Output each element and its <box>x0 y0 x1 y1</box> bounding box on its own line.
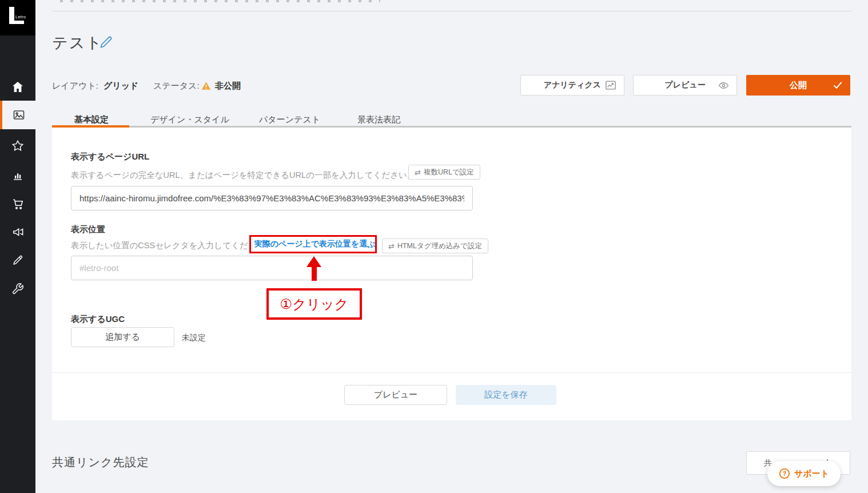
megaphone-icon <box>11 225 25 238</box>
edit-pencil-icon <box>99 35 113 49</box>
tab-display-law[interactable]: 景表法表記 <box>357 114 400 125</box>
swap-arrows-icon: ⇄ <box>388 242 395 251</box>
edit-title-button[interactable] <box>99 35 113 51</box>
tab-pattern-test[interactable]: パターンテスト <box>259 114 320 125</box>
annotation-click-label: ①クリック <box>266 288 362 320</box>
svg-text:?: ? <box>783 470 787 477</box>
letro-logo[interactable]: Letro <box>0 0 35 35</box>
panel-divider <box>52 372 851 373</box>
clipped-breadcrumb-fragments <box>60 0 380 2</box>
image-icon <box>12 108 26 122</box>
support-button[interactable]: ? サポート <box>767 461 841 486</box>
annotation-arrow-stem <box>312 267 317 281</box>
logo-l-mark-foot <box>9 21 24 24</box>
support-button-label: サポート <box>794 468 829 479</box>
footer-preview-button[interactable]: プレビュー <box>344 385 447 405</box>
sidebar-item-tools[interactable] <box>0 275 35 303</box>
sidebar-item-home[interactable] <box>0 73 35 101</box>
preview-button-label: プレビュー <box>664 80 705 90</box>
page-url-helper: 表示するページの完全なURL、またはページを特定できるURLの一部を入力してくだ… <box>71 170 415 181</box>
bar-chart-icon <box>11 169 24 182</box>
sidebar-item-favorites[interactable] <box>0 132 35 160</box>
annotation-arrow-icon <box>306 256 321 267</box>
select-position-on-page-link[interactable]: 実際のページ上で表示位置を選ぶ <box>249 235 377 253</box>
home-icon <box>11 80 25 94</box>
ugc-status-text: 未設定 <box>182 333 206 343</box>
sidebar-item-analytics[interactable] <box>0 161 35 190</box>
sidebar-item-ugc-sets[interactable] <box>0 101 35 129</box>
position-helper: 表示したい位置のCSSセレクタを入力してください。 <box>71 240 273 251</box>
analytics-button-label: アナリティクス <box>544 80 601 90</box>
swap-arrows-icon: ⇄ <box>415 168 421 177</box>
css-selector-input[interactable] <box>71 256 473 280</box>
position-label: 表示位置 <box>71 224 105 235</box>
publish-button-label: 公開 <box>790 80 807 91</box>
pencil-icon <box>11 254 24 267</box>
sidebar-item-editor[interactable] <box>0 246 35 275</box>
layout-value: グリッド <box>103 81 138 92</box>
save-settings-button[interactable]: 設定を保存 <box>456 385 556 405</box>
wrench-icon <box>11 283 24 295</box>
page-title: テスト <box>52 33 103 53</box>
page-url-label: 表示するページURL <box>71 152 149 162</box>
header-divider <box>53 11 851 11</box>
select-position-link-label: 実際のページ上で表示位置を選ぶ <box>254 239 376 249</box>
status-value: 非公開 <box>215 81 241 92</box>
html-tag-embed-label: HTMLタグ埋め込みで設定 <box>397 241 482 251</box>
star-icon <box>11 140 24 152</box>
tab-basic-settings[interactable]: 基本設定 <box>74 114 109 125</box>
logo-brand-text: Letro <box>15 15 26 19</box>
multi-url-button[interactable]: ⇄ 複数URLで設定 <box>408 165 480 180</box>
preview-button[interactable]: プレビュー <box>633 75 737 96</box>
question-circle-icon: ? <box>779 468 790 479</box>
letro-ugc-settings-page: Letro <box>0 0 868 493</box>
multi-url-button-label: 複数URLで設定 <box>424 168 474 177</box>
common-link-section-title: 共通リンク先設定 <box>52 455 149 470</box>
check-icon <box>833 81 843 91</box>
page-url-input[interactable] <box>71 186 473 210</box>
layout-label: レイアウト: <box>52 81 98 92</box>
warning-triangle-icon <box>201 81 211 93</box>
add-ugc-button[interactable]: 追加する <box>71 327 174 347</box>
sidebar-item-campaigns[interactable] <box>0 217 35 246</box>
tab-design-style[interactable]: デザイン・スタイル <box>150 114 229 125</box>
html-tag-embed-button[interactable]: ⇄ HTMLタグ埋め込みで設定 <box>382 238 488 253</box>
analytics-button[interactable]: アナリティクス <box>520 75 624 96</box>
ugc-label: 表示するUGC <box>71 314 125 325</box>
status-label: ステータス: <box>153 81 200 92</box>
publish-button[interactable]: 公開 <box>746 75 850 96</box>
sidebar-item-commerce[interactable] <box>0 189 35 218</box>
cart-icon <box>11 197 25 210</box>
analytics-chart-icon <box>605 80 616 92</box>
sidebar: Letro <box>0 0 35 493</box>
eye-icon <box>718 81 729 92</box>
